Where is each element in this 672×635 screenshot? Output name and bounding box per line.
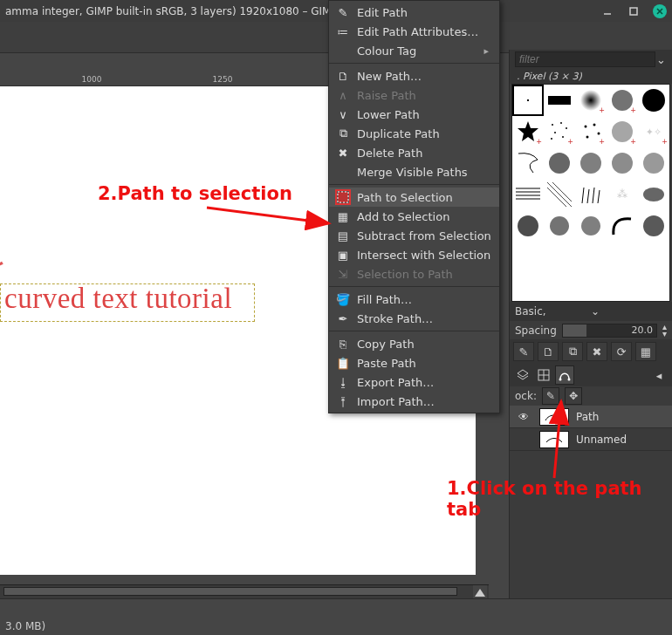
attributes-icon: ≔: [336, 24, 350, 38]
menu-separator: [329, 63, 499, 64]
brush-smudge[interactable]: [638, 179, 669, 210]
menu-copy-path-label: Copy Path: [357, 338, 415, 351]
menu-duplicate-path[interactable]: ⧉Duplicate Path: [329, 124, 499, 143]
menu-copy-path[interactable]: ⎘Copy Path: [329, 334, 499, 353]
brush-block[interactable]: [544, 85, 575, 116]
subtract-selection-icon: ▤: [336, 229, 350, 242]
menu-stroke-path-label: Stroke Path…: [357, 312, 433, 325]
nav-triangle-icon: [475, 589, 485, 597]
tag-icon: [336, 44, 350, 58]
brush-sparkle[interactable]: ✦✧+: [638, 116, 669, 147]
brush-action-buttons: ✎ 🗋 ⧉ ✖ ⟳ ▦: [510, 339, 672, 364]
menu-colour-tag[interactable]: Colour Tag▸: [329, 41, 499, 60]
brush-refresh-button[interactable]: ⟳: [611, 342, 632, 361]
brush-hard[interactable]: [638, 85, 669, 116]
brush-scribble-1[interactable]: [512, 147, 544, 179]
menu-raise-path: ∧Raise Path: [329, 85, 499, 105]
minimize-button[interactable]: [600, 4, 614, 18]
menu-new-path[interactable]: 🗋New Path…: [329, 66, 499, 85]
brush-charcoal-3[interactable]: [575, 210, 607, 242]
brush-star[interactable]: +: [512, 116, 544, 147]
paste-icon: 📋: [336, 356, 350, 370]
bucket-icon: 🪣: [336, 292, 350, 306]
brush-scribble-2[interactable]: [607, 210, 638, 242]
brush-soft-1[interactable]: +: [575, 85, 607, 116]
spacing-value: 20.0: [631, 324, 653, 336]
brush-charcoal-2[interactable]: [544, 210, 575, 242]
tab-channels[interactable]: [534, 365, 553, 385]
menu-stroke-path[interactable]: ✒Stroke Path…: [329, 309, 499, 328]
brush-soft-2[interactable]: +: [607, 85, 638, 116]
brush-filter-row: ⌄: [510, 50, 672, 69]
navigation-button[interactable]: [473, 585, 487, 599]
menu-delete-path[interactable]: ✖Delete Path: [329, 143, 499, 162]
paths-icon: [559, 369, 571, 381]
brush-delete-button[interactable]: ✖: [586, 342, 607, 361]
svg-point-18: [593, 124, 596, 126]
menu-intersect-with-selection[interactable]: ▣Intersect with Selection: [329, 245, 499, 264]
brush-charcoal-1[interactable]: [512, 210, 544, 242]
dock-tab-menu[interactable]: ◂: [649, 365, 669, 385]
ruler-label-1250: 1250: [213, 75, 233, 84]
brush-edit-button[interactable]: ✎: [513, 342, 534, 361]
menu-edit-path[interactable]: ✎Edit Path: [329, 3, 499, 22]
menu-separator: [329, 286, 499, 287]
brush-splat[interactable]: [638, 210, 669, 242]
menu-import-path[interactable]: ⭱Import Path…: [329, 392, 499, 411]
brush-scatter-1[interactable]: +: [544, 116, 575, 147]
brush-new-button[interactable]: 🗋: [538, 342, 559, 361]
brush-grid[interactable]: + + + + + + ✦✧+ ⁂: [511, 84, 670, 302]
brush-spray[interactable]: +: [607, 116, 638, 147]
menu-export-path[interactable]: ⭳Export Path…: [329, 372, 499, 392]
spacing-slider[interactable]: 20.0: [562, 324, 657, 338]
close-icon: [655, 7, 664, 16]
brush-crosshatch[interactable]: [544, 179, 575, 210]
brush-duplicate-button[interactable]: ⧉: [562, 342, 583, 361]
filter-dropdown-icon[interactable]: ⌄: [655, 53, 667, 66]
menu-path-to-selection-label: Path to Selection: [357, 191, 453, 204]
horizontal-scrollbar[interactable]: [0, 584, 489, 598]
brush-noise-4[interactable]: [638, 147, 669, 179]
spacing-stepper[interactable]: ▴▾: [662, 324, 667, 338]
visibility-toggle[interactable]: 👁: [515, 411, 532, 423]
channels-icon: [538, 369, 550, 381]
preset-dropdown-icon[interactable]: ⌄: [591, 305, 667, 318]
menu-fill-path[interactable]: 🪣Fill Path…: [329, 290, 499, 309]
svg-point-17: [585, 126, 587, 128]
svg-line-30: [547, 182, 572, 207]
brush-scatter-2[interactable]: +: [575, 116, 607, 147]
svg-point-37: [643, 188, 664, 201]
tab-layers[interactable]: [513, 365, 532, 385]
path-item-unnamed[interactable]: Unnamed: [510, 428, 672, 451]
menu-edit-path-attributes[interactable]: ≔Edit Path Attributes…: [329, 22, 499, 41]
brush-open-as-image-button[interactable]: ▦: [635, 342, 656, 361]
menu-subtract-from-selection[interactable]: ▤Subtract from Selection: [329, 226, 499, 245]
maximize-button[interactable]: [627, 4, 641, 18]
menu-separator: [329, 331, 499, 331]
menu-lower-path[interactable]: ∨Lower Path: [329, 105, 499, 124]
menu-edit-path-label: Edit Path: [357, 6, 408, 19]
brush-noise-1[interactable]: [544, 147, 575, 179]
brush-hatch[interactable]: [512, 179, 544, 210]
brush-noise-3[interactable]: [607, 147, 638, 179]
menu-add-to-selection[interactable]: ▦Add to Selection: [329, 207, 499, 226]
menu-merge-visible-paths[interactable]: Merge Visible Paths: [329, 162, 499, 181]
svg-point-12: [560, 122, 562, 124]
lock-content-toggle[interactable]: ✎: [542, 387, 559, 405]
canvas-text-layer[interactable]: curved text tutorial: [4, 283, 232, 315]
scrollbar-thumb[interactable]: [3, 587, 457, 596]
menu-fill-path-label: Fill Path…: [357, 293, 412, 306]
tab-paths[interactable]: [555, 365, 574, 385]
lock-position-toggle[interactable]: ✥: [565, 387, 582, 405]
brush-confetti[interactable]: ⁂: [607, 179, 638, 210]
menu-path-to-selection[interactable]: Path to Selection: [329, 188, 499, 207]
close-button[interactable]: [653, 4, 667, 18]
path-thumb: [539, 408, 569, 426]
brush-filter-input[interactable]: [515, 51, 655, 67]
brush-preset-row[interactable]: Basic, ⌄: [510, 302, 672, 321]
brush-grass[interactable]: [575, 179, 607, 210]
menu-paste-path[interactable]: 📋Paste Path: [329, 353, 499, 372]
path-item-path[interactable]: 👁 Path: [510, 406, 672, 428]
brush-pixel[interactable]: [512, 85, 544, 116]
brush-noise-2[interactable]: [575, 147, 607, 179]
